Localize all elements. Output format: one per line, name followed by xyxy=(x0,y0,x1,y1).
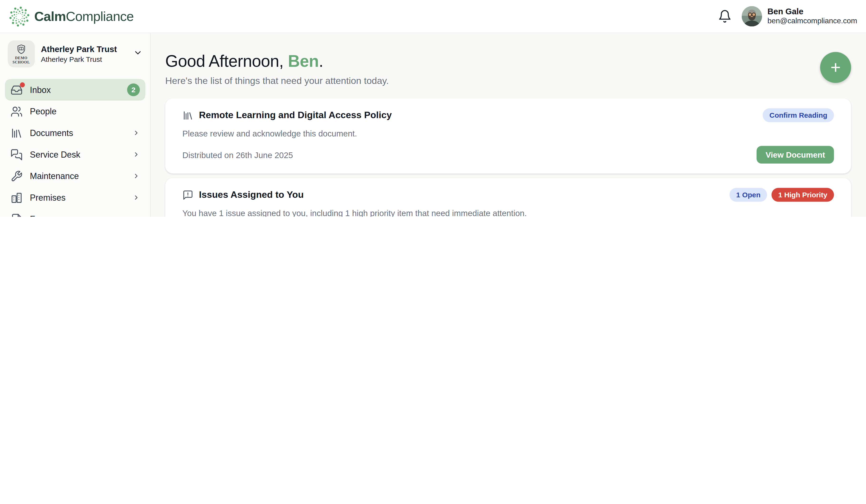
chevron-right-icon xyxy=(133,216,140,217)
sidebar-item-label: Service Desk xyxy=(30,150,80,160)
avatar xyxy=(742,6,762,27)
card-title: Remote Learning and Digital Access Polic… xyxy=(199,110,392,121)
task-card-issues-assigned: Issues Assigned to You 1 Open 1 High Pri… xyxy=(165,178,851,217)
org-logo-line2: SCHOOL xyxy=(13,60,30,64)
distributed-date: Distributed on 26th June 2025 xyxy=(182,150,293,160)
card-description: You have 1 issue assigned to you, includ… xyxy=(182,208,834,217)
sidebar-item-documents[interactable]: Documents xyxy=(5,122,145,144)
chevron-right-icon xyxy=(133,151,140,158)
sidebar-item-forms[interactable]: Forms xyxy=(5,208,145,217)
premises-icon xyxy=(10,191,23,204)
org-title: Atherley Park Trust xyxy=(41,44,127,54)
sidebar-item-service-desk[interactable]: Service Desk xyxy=(5,144,145,165)
forms-icon xyxy=(10,213,23,217)
org-logo-line1: DEMO xyxy=(13,56,30,60)
sidebar-item-maintenance[interactable]: Maintenance xyxy=(5,165,145,187)
chevron-right-icon xyxy=(133,129,140,136)
main-content: Good Afternoon, Ben. Here's the list of … xyxy=(151,33,866,217)
sidebar-item-label: Forms xyxy=(30,214,54,217)
notifications-button[interactable] xyxy=(718,10,732,23)
sidebar: DEMO SCHOOL Atherley Park Trust Atherley… xyxy=(0,33,151,217)
sidebar-item-people[interactable]: People xyxy=(5,101,145,122)
page-subtitle: Here's the list of things that need your… xyxy=(165,76,389,87)
user-email: ben@calmcompliance.com xyxy=(767,17,857,26)
service-desk-icon xyxy=(10,148,23,160)
card-title: Issues Assigned to You xyxy=(199,189,303,200)
sidebar-item-inbox[interactable]: Inbox2 xyxy=(5,79,145,101)
issue-alert-icon xyxy=(182,189,193,200)
page-title: Good Afternoon, Ben. xyxy=(165,52,389,71)
inbox-count-badge: 2 xyxy=(127,83,140,96)
app-screen: CalmCompliance xyxy=(0,0,866,217)
view-document-button[interactable]: View Document xyxy=(757,146,834,163)
org-subtitle: Atherley Park Trust xyxy=(41,55,127,64)
calmcompliance-spiral-icon xyxy=(9,6,30,27)
top-header: CalmCompliance xyxy=(0,0,866,33)
inbox-icon xyxy=(10,84,23,96)
document-library-icon xyxy=(182,110,193,121)
sidebar-item-label: People xyxy=(30,106,56,116)
chevron-down-icon xyxy=(133,48,143,60)
task-card-remote-learning-policy: Remote Learning and Digital Access Polic… xyxy=(165,99,851,173)
sidebar-item-label: Inbox xyxy=(30,85,51,95)
card-description: Please review and acknowledge this docum… xyxy=(182,129,834,138)
sidebar-item-label: Documents xyxy=(30,128,73,138)
sidebar-item-premises[interactable]: Premises xyxy=(5,187,145,208)
sidebar-item-label: Maintenance xyxy=(30,171,79,181)
user-menu[interactable]: Ben Gale ben@calmcompliance.com xyxy=(742,6,857,27)
sidebar-nav: Inbox2PeopleDocumentsService DeskMainten… xyxy=(0,72,151,217)
org-logo: DEMO SCHOOL xyxy=(8,41,35,68)
plus-icon: + xyxy=(831,58,841,76)
unread-dot xyxy=(20,82,25,87)
brand-logo: CalmCompliance xyxy=(9,6,134,27)
brand-name: CalmCompliance xyxy=(34,9,134,24)
chevron-right-icon xyxy=(133,172,140,180)
documents-icon xyxy=(10,127,23,139)
people-icon xyxy=(10,105,23,117)
add-button[interactable]: + xyxy=(820,52,851,83)
open-count-badge: 1 Open xyxy=(730,188,767,202)
high-priority-badge: 1 High Priority xyxy=(771,188,834,202)
shield-book-icon xyxy=(15,44,27,55)
org-selector[interactable]: DEMO SCHOOL Atherley Park Trust Atherley… xyxy=(0,33,151,72)
chevron-right-icon xyxy=(133,194,140,201)
maintenance-icon xyxy=(10,170,23,182)
user-name: Ben Gale xyxy=(767,7,857,17)
greeting-user-name: Ben xyxy=(288,52,319,70)
sidebar-item-label: Premises xyxy=(30,193,65,203)
bell-icon xyxy=(718,10,732,23)
status-badge: Confirm Reading xyxy=(763,108,834,122)
